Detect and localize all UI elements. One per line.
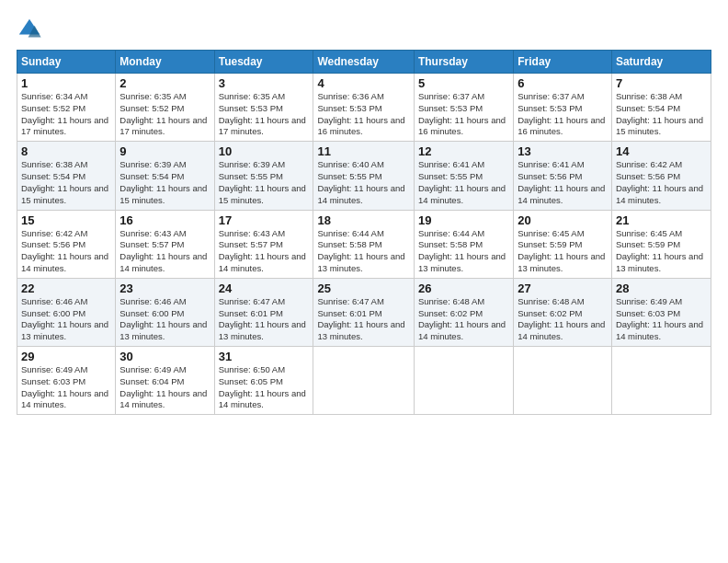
- day-info: Sunrise: 6:49 AM Sunset: 6:03 PM Dayligh…: [616, 296, 707, 343]
- calendar-cell: [611, 347, 711, 415]
- calendar-cell: 21 Sunrise: 6:45 AM Sunset: 5:59 PM Dayl…: [611, 210, 711, 278]
- day-info: Sunrise: 6:34 AM Sunset: 5:52 PM Dayligh…: [21, 91, 111, 138]
- day-number: 8: [21, 144, 111, 158]
- header: [17, 17, 711, 42]
- day-number: 6: [518, 76, 608, 90]
- day-info: Sunrise: 6:45 AM Sunset: 5:59 PM Dayligh…: [518, 228, 608, 275]
- day-number: 17: [219, 213, 310, 227]
- day-number: 20: [518, 213, 608, 227]
- calendar-cell: 17 Sunrise: 6:43 AM Sunset: 5:57 PM Dayl…: [214, 210, 313, 278]
- day-number: 22: [21, 282, 111, 295]
- day-number: 19: [418, 213, 509, 227]
- day-number: 23: [119, 282, 210, 295]
- day-info: Sunrise: 6:35 AM Sunset: 5:53 PM Dayligh…: [219, 91, 310, 138]
- day-number: 9: [119, 144, 210, 158]
- calendar-cell: 25 Sunrise: 6:47 AM Sunset: 6:01 PM Dayl…: [313, 278, 414, 346]
- calendar-cell: 20 Sunrise: 6:45 AM Sunset: 5:59 PM Dayl…: [514, 210, 612, 278]
- day-number: 16: [119, 213, 210, 227]
- calendar-week-row: 29 Sunrise: 6:49 AM Sunset: 6:03 PM Dayl…: [17, 347, 711, 415]
- day-number: 24: [219, 282, 310, 295]
- calendar-day-header: Monday: [116, 51, 214, 74]
- day-number: 10: [219, 144, 310, 158]
- day-info: Sunrise: 6:47 AM Sunset: 6:01 PM Dayligh…: [317, 296, 409, 343]
- page: SundayMondayTuesdayWednesdayThursdayFrid…: [0, 0, 728, 563]
- calendar-cell: [313, 347, 414, 415]
- day-info: Sunrise: 6:37 AM Sunset: 5:53 PM Dayligh…: [418, 91, 509, 138]
- day-number: 11: [317, 144, 409, 158]
- calendar-table: SundayMondayTuesdayWednesdayThursdayFrid…: [17, 50, 711, 415]
- day-number: 29: [21, 350, 111, 363]
- day-info: Sunrise: 6:47 AM Sunset: 6:01 PM Dayligh…: [219, 296, 310, 343]
- day-number: 2: [119, 76, 210, 90]
- logo-icon: [17, 17, 42, 42]
- calendar-cell: 5 Sunrise: 6:37 AM Sunset: 5:53 PM Dayli…: [414, 74, 513, 142]
- calendar-day-header: Thursday: [414, 51, 513, 74]
- calendar-cell: 13 Sunrise: 6:41 AM Sunset: 5:56 PM Dayl…: [514, 142, 612, 210]
- day-number: 13: [518, 144, 608, 158]
- calendar-week-row: 1 Sunrise: 6:34 AM Sunset: 5:52 PM Dayli…: [17, 74, 711, 142]
- calendar-cell: 29 Sunrise: 6:49 AM Sunset: 6:03 PM Dayl…: [17, 347, 116, 415]
- calendar-cell: 2 Sunrise: 6:35 AM Sunset: 5:52 PM Dayli…: [116, 74, 214, 142]
- day-number: 26: [418, 282, 509, 295]
- calendar-cell: 23 Sunrise: 6:46 AM Sunset: 6:00 PM Dayl…: [116, 278, 214, 346]
- calendar-cell: 7 Sunrise: 6:38 AM Sunset: 5:54 PM Dayli…: [611, 74, 711, 142]
- day-info: Sunrise: 6:46 AM Sunset: 6:00 PM Dayligh…: [21, 296, 111, 343]
- day-number: 12: [418, 144, 509, 158]
- day-number: 27: [518, 282, 608, 295]
- calendar-cell: 31 Sunrise: 6:50 AM Sunset: 6:05 PM Dayl…: [214, 347, 313, 415]
- day-info: Sunrise: 6:41 AM Sunset: 5:55 PM Dayligh…: [418, 159, 509, 206]
- day-number: 7: [616, 76, 707, 90]
- day-info: Sunrise: 6:38 AM Sunset: 5:54 PM Dayligh…: [616, 91, 707, 138]
- day-number: 25: [317, 282, 409, 295]
- calendar-cell: 6 Sunrise: 6:37 AM Sunset: 5:53 PM Dayli…: [514, 74, 612, 142]
- day-info: Sunrise: 6:40 AM Sunset: 5:55 PM Dayligh…: [317, 159, 409, 206]
- calendar-cell: 8 Sunrise: 6:38 AM Sunset: 5:54 PM Dayli…: [17, 142, 116, 210]
- calendar-day-header: Saturday: [611, 51, 711, 74]
- calendar-cell: 14 Sunrise: 6:42 AM Sunset: 5:56 PM Dayl…: [611, 142, 711, 210]
- calendar-cell: 24 Sunrise: 6:47 AM Sunset: 6:01 PM Dayl…: [214, 278, 313, 346]
- day-number: 15: [21, 213, 111, 227]
- day-number: 30: [119, 350, 210, 363]
- day-info: Sunrise: 6:49 AM Sunset: 6:04 PM Dayligh…: [119, 364, 210, 411]
- calendar-day-header: Wednesday: [313, 51, 414, 74]
- day-number: 5: [418, 76, 509, 90]
- day-number: 4: [317, 76, 409, 90]
- calendar-day-header: Tuesday: [214, 51, 313, 74]
- calendar-cell: 3 Sunrise: 6:35 AM Sunset: 5:53 PM Dayli…: [214, 74, 313, 142]
- calendar-cell: 18 Sunrise: 6:44 AM Sunset: 5:58 PM Dayl…: [313, 210, 414, 278]
- calendar-cell: 10 Sunrise: 6:39 AM Sunset: 5:55 PM Dayl…: [214, 142, 313, 210]
- day-number: 28: [616, 282, 707, 295]
- day-info: Sunrise: 6:43 AM Sunset: 5:57 PM Dayligh…: [219, 228, 310, 275]
- day-info: Sunrise: 6:39 AM Sunset: 5:55 PM Dayligh…: [219, 159, 310, 206]
- calendar-cell: 9 Sunrise: 6:39 AM Sunset: 5:54 PM Dayli…: [116, 142, 214, 210]
- calendar-cell: 1 Sunrise: 6:34 AM Sunset: 5:52 PM Dayli…: [17, 74, 116, 142]
- day-number: 1: [21, 76, 111, 90]
- day-info: Sunrise: 6:42 AM Sunset: 5:56 PM Dayligh…: [616, 159, 707, 206]
- calendar-header-row: SundayMondayTuesdayWednesdayThursdayFrid…: [17, 51, 711, 74]
- calendar-cell: 30 Sunrise: 6:49 AM Sunset: 6:04 PM Dayl…: [116, 347, 214, 415]
- day-info: Sunrise: 6:41 AM Sunset: 5:56 PM Dayligh…: [518, 159, 608, 206]
- calendar-week-row: 15 Sunrise: 6:42 AM Sunset: 5:56 PM Dayl…: [17, 210, 711, 278]
- calendar-cell: 28 Sunrise: 6:49 AM Sunset: 6:03 PM Dayl…: [611, 278, 711, 346]
- day-info: Sunrise: 6:38 AM Sunset: 5:54 PM Dayligh…: [21, 159, 111, 206]
- day-number: 3: [219, 76, 310, 90]
- calendar-week-row: 8 Sunrise: 6:38 AM Sunset: 5:54 PM Dayli…: [17, 142, 711, 210]
- day-info: Sunrise: 6:48 AM Sunset: 6:02 PM Dayligh…: [518, 296, 608, 343]
- calendar-cell: 26 Sunrise: 6:48 AM Sunset: 6:02 PM Dayl…: [414, 278, 513, 346]
- calendar-cell: 15 Sunrise: 6:42 AM Sunset: 5:56 PM Dayl…: [17, 210, 116, 278]
- calendar-cell: 4 Sunrise: 6:36 AM Sunset: 5:53 PM Dayli…: [313, 74, 414, 142]
- day-number: 21: [616, 213, 707, 227]
- day-info: Sunrise: 6:50 AM Sunset: 6:05 PM Dayligh…: [219, 364, 310, 411]
- calendar-cell: 27 Sunrise: 6:48 AM Sunset: 6:02 PM Dayl…: [514, 278, 612, 346]
- day-info: Sunrise: 6:35 AM Sunset: 5:52 PM Dayligh…: [119, 91, 210, 138]
- calendar-day-header: Friday: [514, 51, 612, 74]
- day-number: 14: [616, 144, 707, 158]
- day-info: Sunrise: 6:46 AM Sunset: 6:00 PM Dayligh…: [119, 296, 210, 343]
- day-info: Sunrise: 6:49 AM Sunset: 6:03 PM Dayligh…: [21, 364, 111, 411]
- calendar-cell: 22 Sunrise: 6:46 AM Sunset: 6:00 PM Dayl…: [17, 278, 116, 346]
- day-info: Sunrise: 6:39 AM Sunset: 5:54 PM Dayligh…: [119, 159, 210, 206]
- calendar-day-header: Sunday: [17, 51, 116, 74]
- calendar-cell: 19 Sunrise: 6:44 AM Sunset: 5:58 PM Dayl…: [414, 210, 513, 278]
- day-info: Sunrise: 6:36 AM Sunset: 5:53 PM Dayligh…: [317, 91, 409, 138]
- day-info: Sunrise: 6:48 AM Sunset: 6:02 PM Dayligh…: [418, 296, 509, 343]
